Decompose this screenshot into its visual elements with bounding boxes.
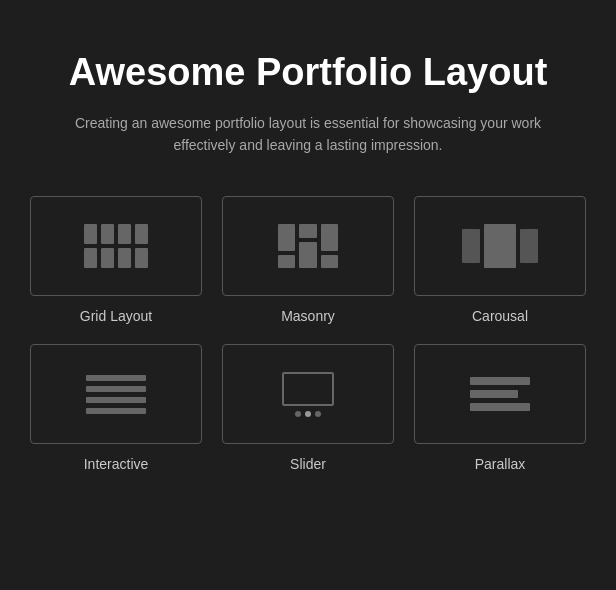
card-icon-box-grid-layout	[30, 196, 202, 296]
card-icon-box-slider	[222, 344, 394, 444]
card-interactive[interactable]: Interactive	[30, 344, 202, 472]
interactive-icon	[86, 375, 146, 414]
carousal-icon	[462, 224, 538, 268]
page-description: Creating an awesome portfolio layout is …	[68, 112, 548, 157]
card-carousal[interactable]: Carousal	[414, 196, 586, 324]
card-parallax[interactable]: Parallax	[414, 344, 586, 472]
grid-layout-icon	[84, 224, 148, 268]
card-icon-box-masonry	[222, 196, 394, 296]
parallax-icon	[470, 377, 530, 411]
card-label-slider: Slider	[290, 456, 326, 472]
card-label-carousal: Carousal	[472, 308, 528, 324]
card-label-masonry: Masonry	[281, 308, 335, 324]
page-header: Awesome Portfolio Layout Creating an awe…	[68, 50, 548, 156]
card-icon-box-carousal	[414, 196, 586, 296]
masonry-icon	[278, 224, 338, 268]
page-title: Awesome Portfolio Layout	[68, 50, 548, 96]
card-icon-box-parallax	[414, 344, 586, 444]
card-label-grid-layout: Grid Layout	[80, 308, 152, 324]
card-label-interactive: Interactive	[84, 456, 149, 472]
slider-icon	[278, 372, 338, 417]
card-grid-layout[interactable]: Grid Layout	[30, 196, 202, 324]
card-masonry[interactable]: Masonry	[222, 196, 394, 324]
card-icon-box-interactive	[30, 344, 202, 444]
card-label-parallax: Parallax	[475, 456, 526, 472]
card-slider[interactable]: Slider	[222, 344, 394, 472]
layout-grid: Grid Layout Masonry	[30, 196, 586, 472]
